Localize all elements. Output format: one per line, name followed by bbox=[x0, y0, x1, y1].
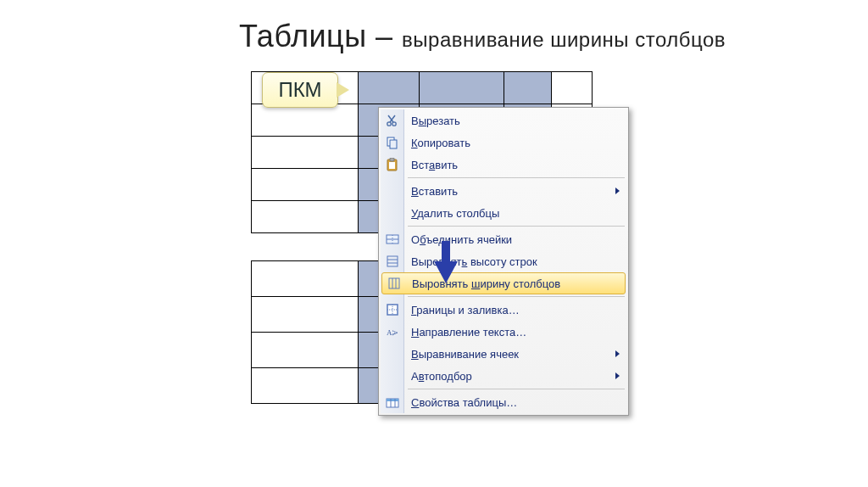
menu-copy[interactable]: Копировать bbox=[381, 132, 626, 154]
svg-rect-24 bbox=[387, 399, 398, 401]
menu-separator bbox=[408, 226, 625, 227]
arrow-annotation bbox=[434, 241, 458, 285]
page-title: Таблицы – выравнивание ширины столбцов bbox=[239, 19, 726, 54]
menu-delete-columns[interactable]: Удалить столбцы bbox=[381, 202, 626, 224]
menu-label: Границы и заливка… bbox=[411, 304, 520, 316]
context-menu: Вырезать Копировать Вставить Вставить Уд… bbox=[378, 107, 629, 416]
cut-icon bbox=[385, 113, 400, 128]
menu-label: Выравнивание ячеек bbox=[411, 348, 519, 361]
menu-autofit[interactable]: Автоподбор bbox=[381, 365, 626, 387]
svg-rect-5 bbox=[390, 140, 397, 148]
menu-cell-alignment[interactable]: Выравнивание ячеек bbox=[381, 343, 626, 365]
menu-insert[interactable]: Вставить bbox=[381, 180, 626, 202]
menu-cut[interactable]: Вырезать bbox=[381, 109, 626, 132]
svg-text:A: A bbox=[391, 330, 399, 336]
svg-rect-12 bbox=[387, 256, 398, 266]
distribute-rows-icon bbox=[385, 254, 400, 269]
chevron-right-icon bbox=[615, 188, 620, 194]
menu-separator bbox=[408, 296, 625, 297]
callout-rmb: ПКМ bbox=[262, 72, 338, 108]
menu-label: Копировать bbox=[411, 137, 470, 149]
menu-label: Вставить bbox=[411, 159, 458, 171]
menu-distribute-columns[interactable]: Выровнять ширину столбцов bbox=[381, 272, 626, 294]
distribute-columns-icon bbox=[387, 276, 402, 291]
text-direction-icon: AA bbox=[385, 324, 400, 339]
menu-label: Вырезать bbox=[411, 115, 460, 127]
callout-label: ПКМ bbox=[278, 78, 321, 102]
paste-icon bbox=[385, 157, 400, 172]
svg-rect-0 bbox=[442, 241, 450, 263]
svg-marker-1 bbox=[434, 261, 458, 283]
borders-icon bbox=[385, 302, 400, 317]
copy-icon bbox=[385, 135, 400, 150]
menu-label: Выровнять высоту строк bbox=[411, 255, 537, 268]
menu-merge-cells[interactable]: Объединить ячейки bbox=[381, 228, 626, 250]
title-sub: выравнивание ширины столбцов bbox=[402, 28, 726, 51]
menu-distribute-rows[interactable]: Выровнять высоту строк bbox=[381, 250, 626, 272]
menu-label: Свойства таблицы… bbox=[411, 396, 517, 409]
table-properties-icon bbox=[385, 395, 400, 410]
menu-label: Объединить ячейки bbox=[411, 233, 512, 246]
svg-rect-8 bbox=[389, 162, 395, 169]
title-main: Таблицы – bbox=[239, 19, 402, 53]
menu-label: Автоподбор bbox=[411, 370, 472, 383]
menu-label: Удалить столбцы bbox=[411, 207, 499, 220]
menu-separator bbox=[408, 389, 625, 389]
svg-rect-15 bbox=[389, 278, 399, 288]
menu-label: Вставить bbox=[411, 185, 458, 198]
menu-borders-shading[interactable]: Границы и заливка… bbox=[381, 299, 626, 321]
svg-point-3 bbox=[392, 122, 396, 126]
svg-point-2 bbox=[387, 122, 391, 126]
menu-label: Направление текста… bbox=[411, 326, 526, 339]
chevron-right-icon bbox=[615, 350, 620, 357]
merge-cells-icon bbox=[385, 232, 400, 247]
menu-separator bbox=[408, 177, 625, 178]
menu-paste[interactable]: Вставить bbox=[381, 154, 626, 176]
menu-text-direction[interactable]: AA Направление текста… bbox=[381, 321, 626, 343]
svg-rect-7 bbox=[390, 158, 394, 161]
chevron-right-icon bbox=[615, 372, 620, 379]
menu-table-properties[interactable]: Свойства таблицы… bbox=[381, 391, 626, 413]
